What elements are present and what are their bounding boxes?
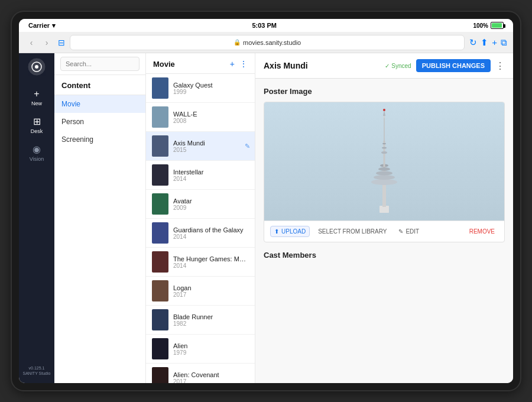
lock-icon: 🔒 (233, 39, 241, 46)
edit-button[interactable]: ✎ EDIT (395, 226, 423, 236)
movie-panel-actions: + ⋮ (230, 59, 248, 69)
movie-thumbnail (152, 280, 168, 302)
list-item[interactable]: WALL-E 2008 (146, 103, 255, 132)
movie-info: WALL-E 2008 (173, 111, 249, 124)
edit-icon: ✎ (245, 142, 250, 150)
svg-point-5 (371, 179, 397, 185)
sidebar-item-new[interactable]: + New (19, 84, 54, 111)
movie-thumbnail (152, 222, 168, 244)
list-item[interactable]: The Hunger Games: Mockin... 2014 (146, 248, 255, 277)
app-logo (28, 58, 46, 78)
movie-thumbnail (152, 77, 168, 99)
battery-percent: 100% (473, 22, 488, 29)
library-label: SELECT FROM LIBRARY (318, 228, 387, 235)
search-input[interactable] (60, 57, 140, 71)
movie-thumbnail (152, 164, 168, 186)
content-item-person[interactable]: Person (54, 113, 145, 131)
movie-year: 1979 (173, 349, 249, 356)
status-bar: Carrier ▾ 5:03 PM 100% (19, 19, 513, 32)
reload-button[interactable]: ↻ (469, 37, 477, 48)
browser-actions: ↻ ⬆ + ⧉ (469, 37, 507, 48)
publish-button[interactable]: PUBLISH CHANGES (416, 59, 491, 72)
url-text: movies.sanity.studio (243, 39, 301, 46)
content-item-movie[interactable]: Movie (54, 95, 145, 113)
browser-nav: ‹ › (25, 36, 53, 49)
sidebar-item-vision-label: Vision (30, 156, 44, 162)
poster-container: ⬆ UPLOAD SELECT FROM LIBRARY ✎ EDIT (264, 102, 505, 242)
detail-panel: Axis Mundi ✓ Synced PUBLISH CHANGES ⋮ Po… (255, 53, 513, 383)
sidebar: + New ⊞ Desk ◉ Vision v0.125.1 SANITY St… (19, 53, 54, 383)
movie-panel-more-button[interactable]: ⋮ (239, 59, 248, 69)
add-movie-button[interactable]: + (230, 59, 235, 69)
carrier-label: Carrier (28, 22, 50, 29)
poster-section-title: Poster Image (264, 87, 505, 96)
sidebar-item-desk[interactable]: ⊞ Desk (19, 111, 54, 139)
wifi-icon: ▾ (52, 22, 56, 30)
movie-title: Logan (173, 284, 249, 291)
movie-year: 2015 (173, 147, 249, 153)
list-item[interactable]: Avatar 2009 (146, 190, 255, 219)
browser-toolbar: ‹ › ⊟ 🔒 movies.sanity.studio ↻ ⬆ + ⧉ (19, 32, 513, 53)
svg-point-8 (378, 167, 390, 171)
statusbar-time: 5:03 PM (252, 22, 277, 29)
movie-thumbnail (152, 338, 168, 359)
detail-title: Axis Mundi (264, 61, 308, 70)
desk-icon: ⊞ (33, 116, 41, 127)
movie-info: Blade Runner 1982 (173, 313, 249, 327)
poster-image (264, 102, 504, 221)
share-button[interactable]: ⬆ (481, 37, 488, 48)
content-item-screening[interactable]: Screening (54, 131, 145, 148)
list-item[interactable]: Alien: Covenant 2017 (146, 364, 255, 383)
tabs-button[interactable]: ⧉ (501, 37, 507, 48)
movie-year: 1999 (173, 89, 249, 95)
movie-info: Interstellar 2014 (173, 168, 249, 182)
sidebar-item-vision[interactable]: ◉ Vision (19, 139, 54, 167)
synced-label: Synced (391, 63, 411, 69)
movie-thumbnail (152, 367, 168, 383)
svg-point-13 (382, 143, 386, 144)
bookmark-button[interactable]: ⊟ (58, 38, 65, 47)
movie-list: Galaxy Quest 1999 WALL-E 2008 (146, 74, 255, 383)
movie-year: 2014 (173, 176, 249, 182)
remove-label: REMOVE (469, 228, 495, 235)
movie-thumbnail (152, 251, 168, 273)
svg-point-11 (381, 151, 387, 154)
vision-icon: ◉ (33, 144, 41, 155)
url-bar[interactable]: 🔒 movies.sanity.studio (70, 35, 465, 50)
list-item[interactable]: Galaxy Quest 1999 (146, 74, 255, 103)
movie-info: The Hunger Games: Mockin... 2014 (173, 255, 249, 269)
cast-section: Cast Members (264, 251, 505, 260)
list-item[interactable]: Logan 2017 (146, 277, 255, 306)
search-container (54, 53, 145, 75)
movie-year: 2017 (173, 291, 249, 298)
back-button[interactable]: ‹ (25, 36, 38, 49)
movie-info: Alien: Covenant 2017 (173, 371, 249, 384)
movie-info: Logan 2017 (173, 284, 249, 298)
detail-header: Axis Mundi ✓ Synced PUBLISH CHANGES ⋮ (255, 53, 513, 79)
detail-more-button[interactable]: ⋮ (495, 60, 505, 72)
statusbar-left: Carrier ▾ (28, 22, 56, 30)
list-item[interactable]: Blade Runner 1982 (146, 306, 255, 335)
upload-button[interactable]: ⬆ UPLOAD (270, 226, 310, 237)
sidebar-item-desk-label: Desk (31, 128, 43, 134)
sidebar-version: v0.125.1 SANITY Studio (21, 363, 53, 378)
poster-actions: ⬆ UPLOAD SELECT FROM LIBRARY ✎ EDIT (264, 221, 504, 242)
movie-panel-title: Movie (153, 60, 175, 69)
remove-button[interactable]: REMOVE (466, 226, 498, 236)
movie-title: WALL-E (173, 111, 249, 118)
sidebar-item-new-label: New (31, 100, 42, 106)
list-item[interactable]: Guardians of the Galaxy 2014 (146, 219, 255, 248)
statusbar-right: 100% (473, 22, 504, 29)
app-content: + New ⊞ Desk ◉ Vision v0.125.1 SANITY St… (19, 53, 513, 383)
content-panel-header: Content (54, 75, 145, 95)
list-item[interactable]: Alien 1979 (146, 335, 255, 364)
list-item[interactable]: Interstellar 2014 (146, 161, 255, 190)
tower-svg (349, 105, 420, 218)
svg-point-12 (382, 147, 387, 149)
list-item[interactable]: Axis Mundi 2015 ✎ (146, 132, 255, 161)
new-tab-button[interactable]: + (492, 37, 497, 47)
forward-button[interactable]: › (40, 36, 53, 49)
library-button[interactable]: SELECT FROM LIBRARY (314, 226, 390, 236)
movie-title: The Hunger Games: Mockin... (173, 255, 249, 262)
new-icon: + (34, 89, 39, 99)
